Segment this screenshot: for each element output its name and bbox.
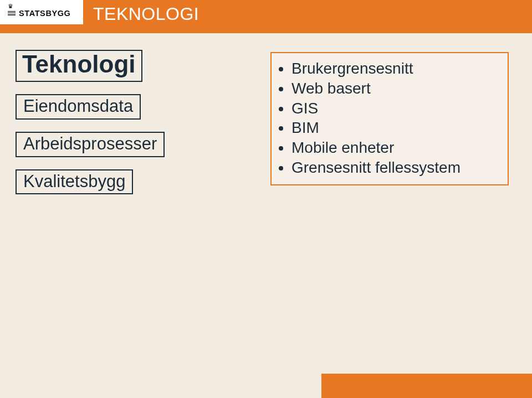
left-column: Teknologi Eiendomsdata Arbeidsprosesser … [16,50,165,206]
crown-icon: ♛ [8,3,13,9]
list-item: BIM [291,118,499,138]
topic-box-eiendomsdata: Eiendomsdata [16,94,141,120]
slide-page: ♛ STATSBYGG TEKNOLOGI Teknologi Eiendoms… [0,0,532,398]
details-panel: Brukergrensesnitt Web basert GIS BIM Mob… [270,52,509,185]
brand-name: STATSBYGG [19,9,70,18]
page-title: TEKNOLOGI [93,4,199,24]
topic-box-arbeidsprosesser: Arbeidsprosesser [16,132,165,157]
topic-box-teknologi: Teknologi [16,50,142,82]
list-item: Brukergrensesnitt [291,59,499,79]
details-list: Brukergrensesnitt Web basert GIS BIM Mob… [278,59,499,178]
brand-lines-icon [8,11,16,17]
list-item: Grensesnitt fellessystem [291,158,499,178]
brand-logo: ♛ STATSBYGG [0,0,83,24]
logo-mark: ♛ STATSBYGG [8,7,70,18]
footer-accent [321,374,532,398]
topic-box-kvalitetsbygg: Kvalitetsbygg [16,169,133,195]
list-item: Web basert [291,79,499,99]
list-item: GIS [291,99,499,118]
list-item: Mobile enheter [291,138,499,158]
